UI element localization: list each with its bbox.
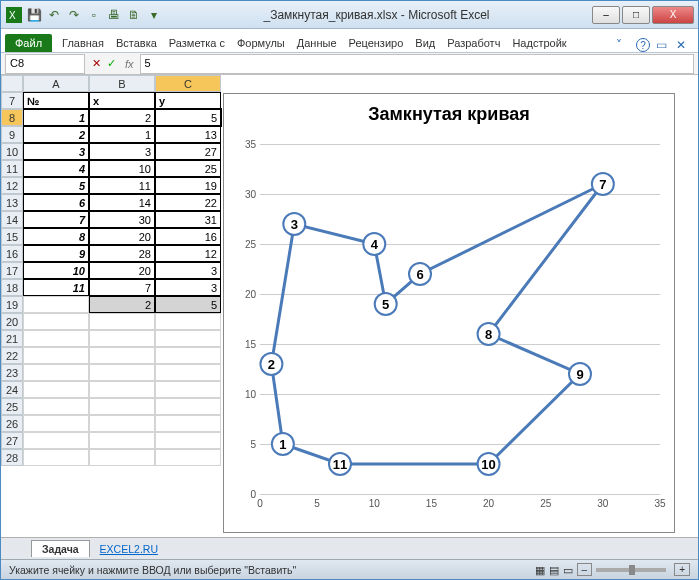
cell-A15[interactable]: 8 (23, 228, 89, 245)
redo-icon[interactable]: ↷ (65, 6, 83, 24)
cell-C8[interactable]: 5 (155, 109, 221, 126)
tab-review[interactable]: Рецензиро (343, 34, 410, 52)
cell-B21[interactable] (89, 330, 155, 347)
cell-A21[interactable] (23, 330, 89, 347)
row-header-8[interactable]: 8 (1, 109, 23, 126)
tab-view[interactable]: Вид (409, 34, 441, 52)
cell-C26[interactable] (155, 415, 221, 432)
row-header-7[interactable]: 7 (1, 92, 23, 109)
window-close-icon[interactable]: ✕ (676, 38, 690, 52)
zoom-in-button[interactable]: + (674, 563, 690, 576)
cell-C13[interactable]: 22 (155, 194, 221, 211)
undo-icon[interactable]: ↶ (45, 6, 63, 24)
new-icon[interactable]: ▫ (85, 6, 103, 24)
cell-C18[interactable]: 3 (155, 279, 221, 296)
row-header-14[interactable]: 14 (1, 211, 23, 228)
print-preview-icon[interactable]: 🖶 (105, 6, 123, 24)
cell-A19[interactable] (23, 296, 89, 313)
cell-C22[interactable] (155, 347, 221, 364)
row-header-24[interactable]: 24 (1, 381, 23, 398)
cell-B8[interactable]: 2 (89, 109, 155, 126)
cell-C25[interactable] (155, 398, 221, 415)
row-header-26[interactable]: 26 (1, 415, 23, 432)
row-header-28[interactable]: 28 (1, 449, 23, 466)
cell-A22[interactable] (23, 347, 89, 364)
row-header-20[interactable]: 20 (1, 313, 23, 330)
row-header-10[interactable]: 10 (1, 143, 23, 160)
cell-A7[interactable]: № (23, 92, 89, 109)
row-header-9[interactable]: 9 (1, 126, 23, 143)
tab-formulas[interactable]: Формулы (231, 34, 291, 52)
row-header-25[interactable]: 25 (1, 398, 23, 415)
cell-B24[interactable] (89, 381, 155, 398)
tab-home[interactable]: Главная (56, 34, 110, 52)
minimize-button[interactable]: – (592, 6, 620, 24)
cell-B25[interactable] (89, 398, 155, 415)
cell-A11[interactable]: 4 (23, 160, 89, 177)
cell-grid[interactable]: ABC7№xy812592113103327114102512511191361… (1, 75, 221, 537)
cell-B12[interactable]: 11 (89, 177, 155, 194)
row-header-11[interactable]: 11 (1, 160, 23, 177)
cell-B17[interactable]: 20 (89, 262, 155, 279)
col-header-A[interactable]: A (23, 75, 89, 92)
qat-dropdown-icon[interactable]: ▾ (145, 6, 163, 24)
tab-layout[interactable]: Разметка с (163, 34, 231, 52)
cell-C19[interactable]: 5 (155, 296, 221, 313)
cell-B18[interactable]: 7 (89, 279, 155, 296)
view-normal-icon[interactable]: ▦ (535, 564, 545, 576)
view-break-icon[interactable]: ▭ (563, 564, 573, 576)
col-header-C[interactable]: C (155, 75, 221, 92)
cell-C23[interactable] (155, 364, 221, 381)
row-header-17[interactable]: 17 (1, 262, 23, 279)
view-layout-icon[interactable]: ▤ (549, 564, 559, 576)
window-restore-icon[interactable]: ▭ (656, 38, 670, 52)
cell-C28[interactable] (155, 449, 221, 466)
cell-A24[interactable] (23, 381, 89, 398)
cell-B10[interactable]: 3 (89, 143, 155, 160)
select-all-corner[interactable] (1, 75, 23, 92)
cancel-icon[interactable]: ✕ (92, 57, 101, 70)
cell-C16[interactable]: 12 (155, 245, 221, 262)
cell-B16[interactable]: 28 (89, 245, 155, 262)
cell-A23[interactable] (23, 364, 89, 381)
row-header-15[interactable]: 15 (1, 228, 23, 245)
cell-B22[interactable] (89, 347, 155, 364)
minimize-ribbon-icon[interactable]: ˅ (616, 38, 630, 52)
row-header-16[interactable]: 16 (1, 245, 23, 262)
cell-B27[interactable] (89, 432, 155, 449)
close-button[interactable]: X (652, 6, 694, 24)
row-header-12[interactable]: 12 (1, 177, 23, 194)
row-header-21[interactable]: 21 (1, 330, 23, 347)
tab-developer[interactable]: Разработч (441, 34, 506, 52)
cell-C7[interactable]: y (155, 92, 221, 109)
cell-C9[interactable]: 13 (155, 126, 221, 143)
row-header-23[interactable]: 23 (1, 364, 23, 381)
row-header-22[interactable]: 22 (1, 347, 23, 364)
cell-C20[interactable] (155, 313, 221, 330)
cell-A18[interactable]: 11 (23, 279, 89, 296)
cell-B28[interactable] (89, 449, 155, 466)
cell-B9[interactable]: 1 (89, 126, 155, 143)
cell-B20[interactable] (89, 313, 155, 330)
save-icon[interactable]: 💾 (25, 6, 43, 24)
cell-C15[interactable]: 16 (155, 228, 221, 245)
cell-C14[interactable]: 31 (155, 211, 221, 228)
cell-B23[interactable] (89, 364, 155, 381)
cell-B15[interactable]: 20 (89, 228, 155, 245)
zoom-slider[interactable] (596, 568, 666, 572)
cell-A27[interactable] (23, 432, 89, 449)
cell-A13[interactable]: 6 (23, 194, 89, 211)
cell-A26[interactable] (23, 415, 89, 432)
cell-A9[interactable]: 2 (23, 126, 89, 143)
cell-B14[interactable]: 30 (89, 211, 155, 228)
chart[interactable]: Замкнутая кривая 05101520253035051015202… (223, 93, 675, 533)
cell-C10[interactable]: 27 (155, 143, 221, 160)
cell-A20[interactable] (23, 313, 89, 330)
cell-A28[interactable] (23, 449, 89, 466)
cell-C21[interactable] (155, 330, 221, 347)
cell-A12[interactable]: 5 (23, 177, 89, 194)
cell-C27[interactable] (155, 432, 221, 449)
cell-C12[interactable]: 19 (155, 177, 221, 194)
cell-A8[interactable]: 1 (23, 109, 89, 126)
row-header-13[interactable]: 13 (1, 194, 23, 211)
